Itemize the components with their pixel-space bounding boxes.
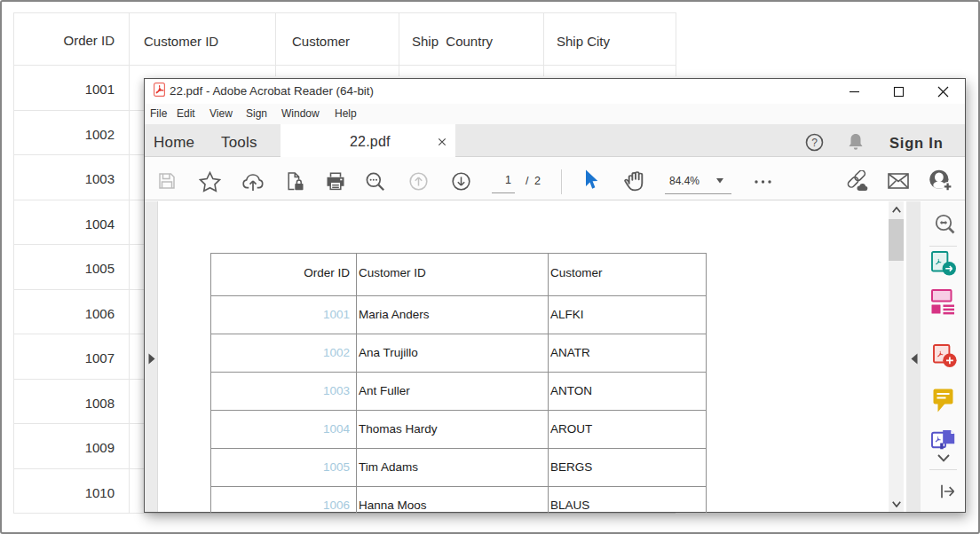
svg-text:?: ? <box>811 137 818 149</box>
